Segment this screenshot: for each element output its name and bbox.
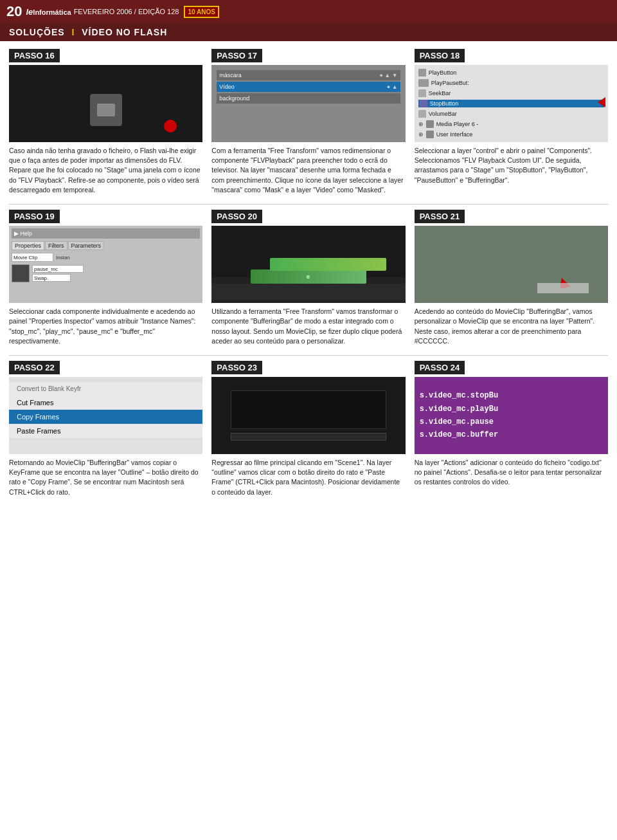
- passo-22-image: Convert to Blank Keyfr Cut Frames Copy F…: [9, 377, 202, 454]
- anniversary-badge: 10 ANOS: [184, 6, 219, 18]
- passo-16-image: [9, 65, 202, 142]
- passo-19-mockup: ▶ Help Properties Filters Parameters Mov…: [9, 226, 202, 303]
- code-line-4: s.video_mc.buffer: [420, 428, 603, 441]
- p22-item-copy: Copy Frames: [9, 410, 202, 424]
- passo-18-image: PlayButton PlayPauseBut: SeekBar StopBut…: [415, 65, 608, 142]
- p18-arrow: [598, 97, 605, 107]
- passo-16-indicator: [164, 120, 177, 132]
- passo-20-block: PASSO 20 ⊕ Utilizando a ferramenta "Free…: [211, 210, 405, 346]
- p18-row-userinterface: ⊕ User Interface: [418, 130, 604, 138]
- passo-18-mockup: PlayButton PlayPauseBut: SeekBar StopBut…: [415, 65, 608, 142]
- passo-17-mockup: máscara ● ▲ ▼ Vídeo ● ▲ background: [211, 65, 405, 142]
- passo-24-code: s.video_mc.stopBu s.video_mc.playBu s.vi…: [415, 377, 608, 454]
- passo-22-mockup: Convert to Blank Keyfr Cut Frames Copy F…: [9, 377, 202, 454]
- passo-21-text: Acedendo ao conteúdo do MovieClip "Buffe…: [415, 307, 608, 346]
- page-header: 20 IeInformática FEVEREIRO 2006 / EDIÇÃO…: [0, 0, 617, 23]
- passo-20-image: ⊕: [211, 226, 405, 303]
- passo-21-image: [415, 226, 608, 303]
- passo-19-text: Seleccionar cada componente individualme…: [9, 307, 202, 346]
- passo-17-label: PASSO 17: [211, 49, 262, 62]
- row-separator-2: [9, 355, 608, 356]
- passo-21-label: PASSO 21: [415, 210, 465, 223]
- passo-24-block: PASSO 24 s.video_mc.stopBu s.video_mc.pl…: [415, 361, 608, 497]
- p18-row-seekbar: SeekBar: [418, 89, 604, 98]
- passo-16-block: PASSO 16 Caso ainda não tenha gravado o …: [9, 49, 202, 195]
- p22-item-paste: Paste Frames: [9, 424, 202, 438]
- p18-row-playpause: PlayPauseBut:: [418, 79, 604, 87]
- passo-20-label: PASSO 20: [211, 210, 262, 223]
- passo-18-block: PASSO 18 PlayButton PlayPauseBut: SeekBa…: [415, 49, 608, 195]
- p22-item-convert: Convert to Blank Keyfr: [9, 382, 202, 396]
- passo-19-label: PASSO 19: [9, 210, 60, 223]
- section-bar: SOLUÇÕES I VÍDEO NO FLASH: [0, 23, 617, 41]
- row-separator-1: [9, 204, 608, 205]
- passo-23-mockup: [211, 377, 405, 454]
- code-line-2: s.video_mc.playBu: [420, 403, 603, 415]
- passo-17-image: máscara ● ▲ ▼ Vídeo ● ▲ background: [211, 65, 405, 142]
- passo-18-label: PASSO 18: [415, 49, 465, 62]
- passo-22-block: PASSO 22 Convert to Blank Keyfr Cut Fram…: [9, 361, 202, 497]
- passo-24-label: PASSO 24: [415, 361, 465, 374]
- passo-18-text: Seleccionar a layer "control" e abrir o …: [415, 146, 608, 185]
- passo-16-text: Caso ainda não tenha gravado o ficheiro,…: [9, 146, 202, 195]
- brand-logo: IeInformática: [26, 7, 71, 17]
- passo-20-mockup: ⊕: [211, 226, 405, 303]
- code-line-1: s.video_mc.stopBu: [420, 389, 603, 402]
- section-divider: I: [71, 27, 75, 37]
- passo-19-image: ▶ Help Properties Filters Parameters Mov…: [9, 226, 202, 303]
- section-title: VÍDEO NO FLASH: [82, 27, 167, 37]
- passo-23-image: [211, 377, 405, 454]
- p18-row-volumebar: VolumeBar: [418, 109, 604, 118]
- passo-22-text: Retornando ao MovieClip "BufferingBar" v…: [9, 458, 202, 497]
- p22-item-cut: Cut Frames: [9, 396, 202, 410]
- magazine-info: FEVEREIRO 2006 / EDIÇÃO 128: [74, 8, 179, 15]
- section-label: SOLUÇÕES: [9, 27, 65, 37]
- passo-20-text: Utilizando a ferramenta "Free Transform"…: [211, 307, 405, 346]
- main-content: PASSO 16 Caso ainda não tenha gravado o …: [0, 41, 617, 514]
- passo-19-block: PASSO 19 ▶ Help Properties Filters Param…: [9, 210, 202, 346]
- code-line-3: s.video_mc.pause: [420, 415, 603, 428]
- passo-17-text: Com a ferramenta "Free Transform" vamos …: [211, 146, 405, 195]
- passo-23-label: PASSO 23: [211, 361, 262, 374]
- passo-23-block: PASSO 23 Regressar ao filme principal cl…: [211, 361, 405, 497]
- page-number: 20: [6, 3, 22, 20]
- passos-row-1: PASSO 16 Caso ainda não tenha gravado o …: [9, 49, 608, 195]
- passo-21-mockup: [415, 226, 608, 303]
- p18-row-mediaplayer: ⊕ Media Player 6 -: [418, 120, 604, 128]
- passo-24-text: Na layer "Actions" adicionar o conteúdo …: [415, 458, 608, 488]
- p18-row-playbutton: PlayButton: [418, 69, 604, 77]
- passo-17-block: PASSO 17 máscara ● ▲ ▼ Vídeo ● ▲ backgro…: [211, 49, 405, 195]
- passo-21-block: PASSO 21 Acedendo ao conteúdo do MovieCl…: [415, 210, 608, 346]
- passos-row-3: PASSO 22 Convert to Blank Keyfr Cut Fram…: [9, 361, 608, 497]
- passo-16-label: PASSO 16: [9, 49, 60, 62]
- p18-row-stopbutton: StopButton: [418, 100, 604, 108]
- passo-22-label: PASSO 22: [9, 361, 60, 374]
- passos-row-2: PASSO 19 ▶ Help Properties Filters Param…: [9, 210, 608, 346]
- passo-23-text: Regressar ao filme principal clicando em…: [211, 458, 405, 497]
- passo-24-image: s.video_mc.stopBu s.video_mc.playBu s.vi…: [415, 377, 608, 454]
